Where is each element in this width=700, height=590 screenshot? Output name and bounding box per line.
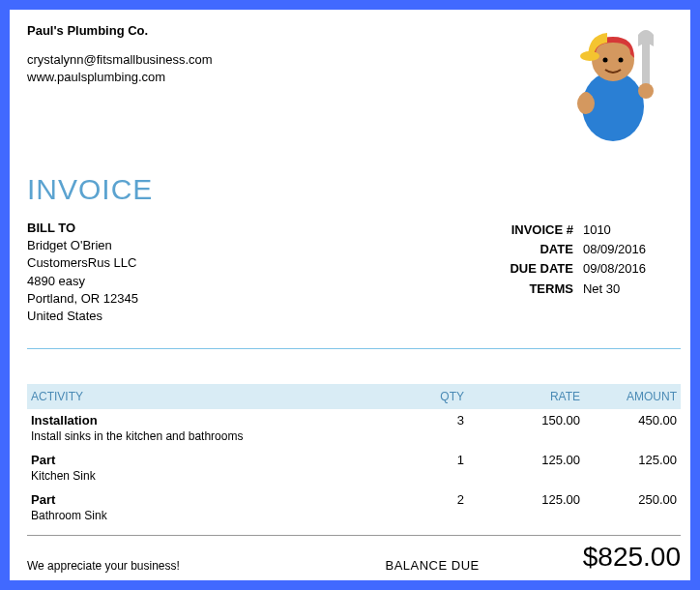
bill-to-label: BILL TO xyxy=(27,220,138,237)
items-header: ACTIVITY QTY RATE AMOUNT xyxy=(27,384,681,409)
item-amount: 125.00 xyxy=(580,453,677,467)
invoice-page: Paul's Plumbing Co. crystalynn@fitsmallb… xyxy=(10,10,690,528)
item-qty: 1 xyxy=(387,453,464,467)
divider xyxy=(27,348,681,349)
footer-note: We appreciate your business! xyxy=(27,559,180,573)
balance-due-amount: $825.00 xyxy=(583,542,681,573)
item-rate: 150.00 xyxy=(464,413,580,428)
col-rate-header: RATE xyxy=(464,390,580,403)
company-logo xyxy=(545,21,681,150)
company-name: Paul's Plumbing Co. xyxy=(27,23,213,38)
invoice-terms-label: TERMS xyxy=(506,280,576,298)
item-rate: 125.00 xyxy=(464,453,580,467)
item-name: Part xyxy=(31,453,387,467)
invoice-meta: INVOICE # 1010 DATE 08/09/2016 DUE DATE … xyxy=(504,220,681,325)
svg-point-3 xyxy=(603,58,608,63)
company-email: crystalynn@fitsmallbusiness.com xyxy=(27,51,213,69)
invoice-due-label: DUE DATE xyxy=(506,260,576,278)
item-name: Installation xyxy=(31,413,387,428)
line-item: Installation 3 150.00 450.00 Install sin… xyxy=(27,409,681,449)
svg-point-4 xyxy=(619,58,624,63)
invoice-number-label: INVOICE # xyxy=(506,221,576,239)
invoice-number: 1010 xyxy=(579,221,650,239)
plumber-illustration-icon xyxy=(545,21,681,147)
item-desc: Bathroom Sink xyxy=(27,509,681,528)
bill-to-city: Portland, OR 12345 xyxy=(27,290,138,308)
meta-row: BILL TO Bridget O'Brien CustomersRus LLC… xyxy=(27,220,681,325)
bill-to-country: United States xyxy=(27,308,138,325)
bill-to-street: 4890 easy xyxy=(27,273,138,290)
bill-to-block: BILL TO Bridget O'Brien CustomersRus LLC… xyxy=(27,220,138,325)
company-website: www.paulsplumbing.com xyxy=(27,69,213,86)
footer: We appreciate your business! BALANCE DUE… xyxy=(27,535,681,573)
item-qty: 3 xyxy=(387,413,464,428)
line-item: Part 1 125.00 125.00 Kitchen Sink xyxy=(27,449,681,488)
item-desc: Kitchen Sink xyxy=(27,469,681,488)
svg-point-6 xyxy=(638,83,654,99)
item-amount: 250.00 xyxy=(580,492,677,507)
invoice-date: 08/09/2016 xyxy=(579,241,650,258)
balance-due-label: BALANCE DUE xyxy=(385,558,479,573)
item-qty: 2 xyxy=(387,492,464,507)
invoice-due-date: 09/08/2016 xyxy=(579,260,650,278)
bill-to-org: CustomersRus LLC xyxy=(27,254,138,272)
invoice-terms: Net 30 xyxy=(579,280,650,298)
item-rate: 125.00 xyxy=(464,492,580,507)
svg-rect-5 xyxy=(642,41,650,89)
col-activity-header: ACTIVITY xyxy=(31,390,387,403)
invoice-title: INVOICE xyxy=(27,173,681,206)
invoice-frame: Paul's Plumbing Co. crystalynn@fitsmallb… xyxy=(0,0,700,590)
header: Paul's Plumbing Co. crystalynn@fitsmallb… xyxy=(27,21,681,150)
bill-to-name: Bridget O'Brien xyxy=(27,237,138,254)
item-amount: 450.00 xyxy=(580,413,677,428)
col-qty-header: QTY xyxy=(387,390,464,403)
line-item: Part 2 125.00 250.00 Bathroom Sink xyxy=(27,488,681,528)
company-block: Paul's Plumbing Co. crystalynn@fitsmallb… xyxy=(27,21,213,85)
item-desc: Install sinks in the kitchen and bathroo… xyxy=(27,429,681,449)
col-amount-header: AMOUNT xyxy=(580,390,677,403)
item-name: Part xyxy=(31,492,387,507)
svg-point-2 xyxy=(580,51,599,61)
svg-point-8 xyxy=(581,92,591,102)
invoice-date-label: DATE xyxy=(506,241,576,258)
